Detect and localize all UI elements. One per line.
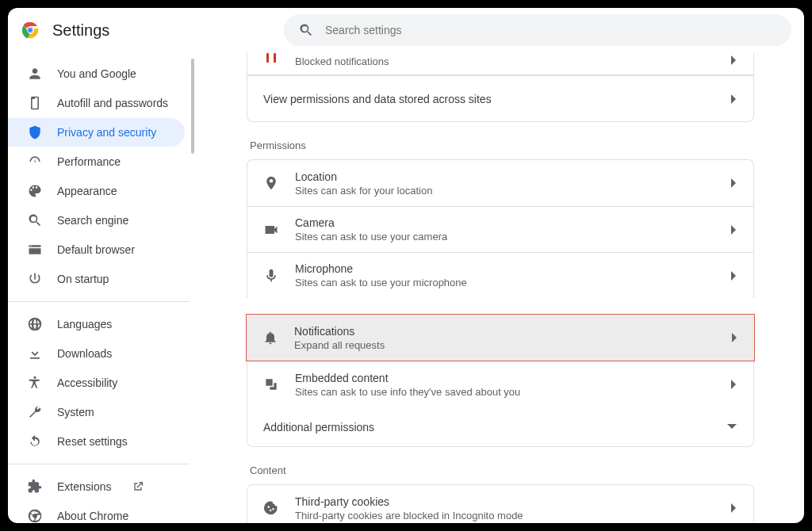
sidebar-scrollbar[interactable] xyxy=(191,59,194,154)
chevron-down-icon xyxy=(726,422,737,433)
row-camera[interactable]: Camera Sites can ask to use your camera xyxy=(247,206,753,252)
sidebar-item-label: Languages xyxy=(57,318,112,330)
sidebar-item-default-browser[interactable]: Default browser xyxy=(8,235,185,264)
wrench-icon xyxy=(27,404,43,420)
row-sub: Sites can ask to use info they've saved … xyxy=(295,386,712,398)
row-title: Location xyxy=(295,170,712,183)
extension-icon xyxy=(27,479,43,495)
row-third-party-cookies[interactable]: Third-party cookies Third-party cookies … xyxy=(247,485,753,523)
chrome-logo-icon xyxy=(21,21,40,40)
chevron-right-icon xyxy=(728,55,737,65)
sidebar-item-label: Reset settings xyxy=(57,435,128,448)
search-icon xyxy=(298,22,314,38)
search-settings-input[interactable] xyxy=(284,14,791,46)
accessibility-icon xyxy=(27,375,43,391)
row-title: Additional permissions xyxy=(263,421,374,434)
sidebar-item-you-and-google[interactable]: You and Google xyxy=(8,59,185,88)
search-icon xyxy=(27,212,43,228)
row-notifications[interactable]: Notifications Expand all requests xyxy=(247,315,754,361)
speed-icon xyxy=(27,154,43,170)
chrome-icon xyxy=(27,508,43,523)
sidebar-item-on-startup[interactable]: On startup xyxy=(8,265,185,293)
cookie-icon xyxy=(263,500,279,516)
shield-icon xyxy=(27,124,43,140)
bell-icon xyxy=(262,330,278,346)
sidebar-item-search-engine[interactable]: Search engine xyxy=(8,206,185,235)
sidebar-item-languages[interactable]: Languages xyxy=(8,310,185,338)
row-sub: Sites can ask to use your camera xyxy=(295,231,712,243)
row-sub: Expand all requests xyxy=(294,339,713,351)
row-title: Embedded content xyxy=(295,372,712,384)
reset-icon xyxy=(27,434,43,449)
person-icon xyxy=(27,66,43,82)
power-icon xyxy=(27,271,43,287)
sidebar-item-label: Autofill and passwords xyxy=(57,97,168,109)
sidebar-item-label: Extensions xyxy=(57,480,111,493)
highlighted-row-wrapper: Notifications Expand all requests xyxy=(246,314,755,361)
sidebar-item-extensions[interactable]: Extensions xyxy=(8,472,185,501)
row-title: Camera xyxy=(295,216,712,229)
sidebar-item-accessibility[interactable]: Accessibility xyxy=(8,369,185,397)
sidebar-item-performance[interactable]: Performance xyxy=(8,147,185,176)
sidebar-item-label: Accessibility xyxy=(57,376,117,389)
sidebar-item-autofill[interactable]: Autofill and passwords xyxy=(8,89,185,117)
sidebar-item-label: You and Google xyxy=(57,67,136,80)
row-title: Notifications xyxy=(294,325,713,338)
microphone-icon xyxy=(263,268,279,284)
chevron-right-icon xyxy=(728,225,737,235)
row-location[interactable]: Location Sites can ask for your location xyxy=(247,160,753,206)
download-icon xyxy=(27,346,43,361)
row-blocked-notifications[interactable]: Blocked notifications xyxy=(247,52,753,75)
row-sub: Sites can ask to use your microphone xyxy=(295,277,712,288)
sidebar-item-label: Default browser xyxy=(57,243,135,256)
header-bar: Settings xyxy=(8,8,804,52)
row-additional-permissions[interactable]: Additional permissions xyxy=(247,407,754,447)
chevron-right-icon xyxy=(728,94,737,104)
row-embedded-content[interactable]: Embedded content Sites can ask to use in… xyxy=(247,361,753,407)
palette-icon xyxy=(27,183,43,199)
section-label-content: Content xyxy=(250,464,754,476)
sidebar-item-label: Performance xyxy=(57,155,121,168)
sidebar-item-label: System xyxy=(57,406,94,418)
sidebar-item-label: Search engine xyxy=(57,214,128,227)
sidebar-item-label: Appearance xyxy=(57,185,117,197)
sidebar-item-label: Privacy and security xyxy=(57,126,156,139)
row-view-permissions[interactable]: View permissions and data stored across … xyxy=(247,75,753,121)
row-microphone[interactable]: Microphone Sites can ask to use your mic… xyxy=(247,252,753,298)
row-title: View permissions and data stored across … xyxy=(263,93,712,105)
sidebar-item-downloads[interactable]: Downloads xyxy=(8,339,185,368)
row-title: Microphone xyxy=(295,262,712,275)
sidebar: You and Google Autofill and passwords Pr… xyxy=(8,52,197,523)
row-sub: Blocked notifications xyxy=(295,55,712,67)
chevron-right-icon xyxy=(728,503,737,513)
blocked-icon xyxy=(263,52,279,68)
chevron-right-icon xyxy=(729,333,738,342)
sidebar-item-about-chrome[interactable]: About Chrome xyxy=(8,502,185,523)
chevron-right-icon xyxy=(728,178,737,188)
external-link-icon xyxy=(130,479,146,495)
clipboard-icon xyxy=(27,95,43,111)
sidebar-item-label: About Chrome xyxy=(57,510,128,522)
sidebar-item-label: On startup xyxy=(57,273,109,285)
search-field[interactable] xyxy=(325,24,777,36)
embedded-icon xyxy=(263,376,279,392)
sidebar-item-system[interactable]: System xyxy=(8,398,185,426)
sidebar-item-appearance[interactable]: Appearance xyxy=(8,177,185,205)
chevron-right-icon xyxy=(728,380,737,389)
chevron-right-icon xyxy=(728,271,737,281)
sidebar-separator xyxy=(8,464,190,464)
settings-window: Settings You and Google Autofill and pas… xyxy=(8,8,804,523)
browser-icon xyxy=(27,242,43,258)
sidebar-item-reset-settings[interactable]: Reset settings xyxy=(8,427,185,456)
location-icon xyxy=(263,175,279,191)
page-title: Settings xyxy=(52,21,109,40)
row-title: Third-party cookies xyxy=(295,495,712,508)
globe-icon xyxy=(27,316,43,332)
sidebar-item-label: Downloads xyxy=(57,347,112,360)
sidebar-item-privacy-security[interactable]: Privacy and security xyxy=(8,118,185,147)
main-content[interactable]: Blocked notifications View permissions a… xyxy=(197,52,804,523)
row-sub: Third-party cookies are blocked in Incog… xyxy=(295,510,712,521)
sidebar-separator xyxy=(8,301,190,302)
row-sub: Sites can ask for your location xyxy=(295,185,712,197)
camera-icon xyxy=(263,222,279,238)
